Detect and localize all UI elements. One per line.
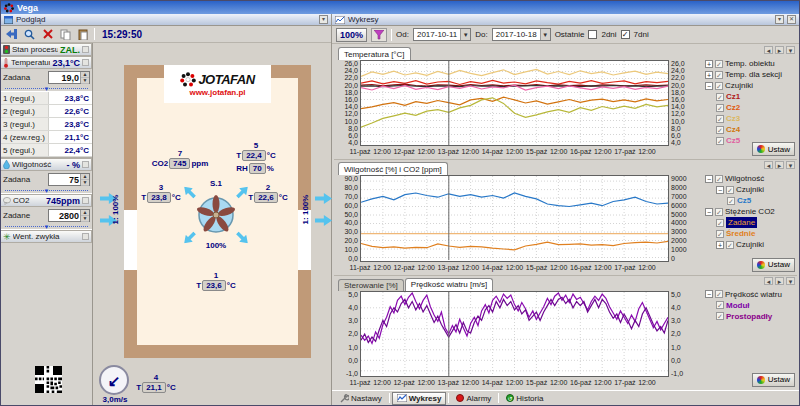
checkbox-2dni[interactable] xyxy=(588,30,597,39)
sensor-5: 5 T22,4°C xyxy=(211,141,301,161)
checkbox-icon[interactable]: ✓ xyxy=(716,219,724,227)
expander-icon[interactable]: − xyxy=(705,290,713,298)
ustaw-button[interactable]: Ustaw xyxy=(752,142,795,156)
temperatura-plot[interactable] xyxy=(360,60,669,146)
chart-nav-buttons[interactable]: ◂▸▾ xyxy=(764,46,795,54)
2dni-label: 2dni xyxy=(601,30,616,39)
fan-power: 100% xyxy=(191,241,241,250)
wilgotnosc-co2-plot[interactable] xyxy=(360,175,669,261)
charts-toolbar: 100% Od: 2017-10-11▼ Do: 2017-10-18▼ Ost… xyxy=(332,26,799,44)
wilg-zadana-spinner[interactable]: 75▲▼ xyxy=(48,173,90,186)
wind-direction-icon: ↙ xyxy=(99,365,129,395)
expander-icon[interactable]: − xyxy=(705,208,713,216)
went-header[interactable]: ✳ Went. zwykła xyxy=(1,230,92,243)
y-axis-left: 5,04,03,02,01,00,0-1,0 xyxy=(334,291,360,377)
bottombar-historia[interactable]: ↺Historia xyxy=(501,392,548,405)
temperatura-value: 23,1°C xyxy=(52,58,80,68)
wilgotnosc-header[interactable]: Wilgotność - % xyxy=(1,158,92,171)
logo-url: www.jotafan.pl xyxy=(189,88,245,97)
droplet-icon xyxy=(3,160,10,169)
tab-predkosc-wiatru[interactable]: Prędkość wiatru [m/s] xyxy=(405,278,493,291)
left-inlet-label: 1: 100% xyxy=(111,195,120,225)
temperatura-legend: ◂▸▾ +✓Temp. obiektu +✓Temp. dla sekcji −… xyxy=(699,46,797,159)
stan-procesu-header[interactable]: Stan procesu ZAL. xyxy=(1,43,92,56)
ustaw-button[interactable]: Ustaw xyxy=(752,373,795,387)
scroll-left-icon: ◂ xyxy=(764,277,773,285)
expander-icon[interactable]: + xyxy=(716,241,724,249)
ustaw-button[interactable]: Ustaw xyxy=(752,258,795,272)
panel-close-button[interactable]: ✕ xyxy=(787,15,796,24)
collapse-icon[interactable] xyxy=(82,197,89,204)
expander-icon[interactable]: − xyxy=(716,186,724,194)
wilgotnosc-value: - % xyxy=(67,160,81,170)
checkbox-icon[interactable]: ✓ xyxy=(715,208,723,216)
zoom-button[interactable] xyxy=(22,27,37,41)
checkbox-icon[interactable]: ✓ xyxy=(715,71,723,79)
tab-temperatura[interactable]: Temperatura [°C] xyxy=(338,47,411,60)
temp-zadana-slider[interactable]: ▼ xyxy=(1,86,92,92)
bottom-tab-bar: Nastawy Wykresy Alarmy ↺Historia xyxy=(332,390,799,405)
checkbox-icon[interactable]: ✓ xyxy=(716,230,724,238)
checkbox-icon[interactable]: ✓ xyxy=(716,301,724,309)
checkbox-icon[interactable]: ✓ xyxy=(716,115,724,123)
delete-button[interactable] xyxy=(40,27,55,41)
temp-zadana-spinner[interactable]: 19,0▲▼ xyxy=(48,71,90,84)
checkbox-icon[interactable]: ✓ xyxy=(716,104,724,112)
tab-wilgotnosc-co2[interactable]: Wilgotność [%] i CO2 [ppm] xyxy=(338,162,448,175)
checkbox-7dni[interactable]: ✓ xyxy=(621,30,630,39)
wiatr-plot[interactable] xyxy=(360,291,669,377)
co2-zadane-spinner[interactable]: 2800▲▼ xyxy=(48,209,90,222)
wilg-zadana-label: Zadana xyxy=(3,175,46,184)
checkbox-icon[interactable]: ✓ xyxy=(715,290,723,298)
checkbox-icon[interactable]: ✓ xyxy=(716,93,724,101)
checkbox-icon[interactable]: ✓ xyxy=(715,175,723,183)
checkbox-icon[interactable]: ✓ xyxy=(716,126,724,134)
temperatura-label: Temperatura xyxy=(11,58,50,67)
chart-nav-buttons[interactable]: ◂▸▾ xyxy=(764,277,795,285)
date-to-select[interactable]: 2017-10-18▼ xyxy=(492,28,551,41)
tab-sterowanie[interactable]: Sterowanie [%] xyxy=(338,279,404,291)
podglad-icon xyxy=(4,16,13,24)
left-toolbar: 15:29:50 xyxy=(1,26,331,43)
collapse-icon[interactable] xyxy=(82,161,89,168)
chart-nav-buttons[interactable]: ◂▸▾ xyxy=(764,161,795,169)
checkbox-icon[interactable]: ✓ xyxy=(716,312,724,320)
7dni-label: 7dni xyxy=(634,30,649,39)
wykresy-titlebar: Wykresy ▾ ✕ xyxy=(332,14,799,26)
wilg-zadana-slider[interactable]: ▼ xyxy=(1,188,92,194)
checkbox-icon[interactable]: ✓ xyxy=(716,137,724,145)
collapse-icon[interactable] xyxy=(82,59,89,66)
palette-icon xyxy=(757,376,765,384)
airflow-arrow-icon xyxy=(315,193,332,204)
bottombar-nastawy[interactable]: Nastawy xyxy=(335,392,387,405)
bottombar-alarmy[interactable]: Alarmy xyxy=(451,392,496,405)
jotafan-logo: JOTAFAN www.jotafan.pl xyxy=(164,65,271,103)
panel-pin-button[interactable]: ▾ xyxy=(775,15,784,24)
expander-icon[interactable]: − xyxy=(705,82,713,90)
collapse-icon[interactable] xyxy=(82,46,89,53)
co2-header[interactable]: CO2 745ppm xyxy=(1,194,92,207)
checkbox-icon[interactable]: ✓ xyxy=(727,197,735,205)
exit-button[interactable] xyxy=(4,27,19,41)
checkbox-icon[interactable]: ✓ xyxy=(715,60,723,68)
checkbox-icon[interactable]: ✓ xyxy=(715,82,723,90)
filter-button[interactable] xyxy=(371,28,387,42)
date-from-select[interactable]: 2017-10-11▼ xyxy=(413,28,471,41)
paste-button[interactable] xyxy=(76,27,91,41)
copy-button[interactable] xyxy=(58,27,73,41)
table-row: 1 (regul.)23,8°C xyxy=(1,92,92,105)
zoom-100-button[interactable]: 100% xyxy=(336,28,367,42)
expander-icon[interactable]: + xyxy=(705,60,713,68)
panel-pin-button[interactable]: ▾ xyxy=(319,15,328,24)
wykresy-icon xyxy=(335,16,345,24)
expander-icon[interactable]: − xyxy=(705,175,713,183)
temperatura-header[interactable]: Temperatura 23,1°C xyxy=(1,56,92,69)
checkbox-icon[interactable]: ✓ xyxy=(726,186,734,194)
co2-zadane-slider[interactable]: ▼ xyxy=(1,224,92,230)
collapse-icon[interactable] xyxy=(82,233,89,240)
expander-icon[interactable]: + xyxy=(705,71,713,79)
chart-icon xyxy=(397,394,407,402)
bottombar-wykresy[interactable]: Wykresy xyxy=(392,392,447,405)
checkbox-icon[interactable]: ✓ xyxy=(726,241,734,249)
wind-speed: 3,0m/s xyxy=(95,395,135,404)
